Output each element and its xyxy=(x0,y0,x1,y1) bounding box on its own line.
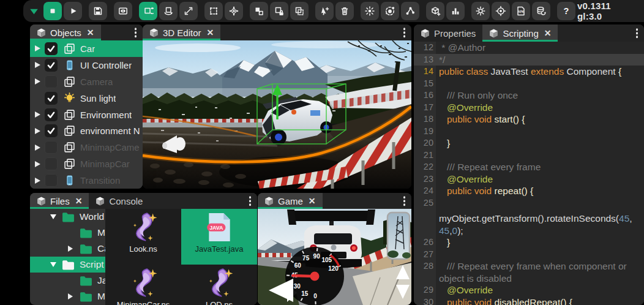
object-row[interactable]: environment N xyxy=(30,122,143,139)
tree-row[interactable]: Script xyxy=(30,257,105,273)
stats-button[interactable] xyxy=(446,2,465,20)
object-row[interactable]: Car xyxy=(30,40,143,57)
object-row[interactable]: Sun light xyxy=(30,90,143,107)
expand-arrow-icon[interactable] xyxy=(35,78,42,85)
expand-arrow-icon[interactable] xyxy=(68,293,75,299)
tree-row[interactable]: Ja xyxy=(30,273,105,288)
object-checkbox[interactable] xyxy=(45,59,58,72)
pointer-add-button[interactable] xyxy=(315,2,334,20)
code-line: 23 @Override xyxy=(414,173,644,186)
file-item[interactable]: JAVAJavaTest.java xyxy=(181,209,257,265)
scripting-menu-icon[interactable] xyxy=(636,28,638,38)
objects-list: CarUI ControllerCameraSun lightEnvironme… xyxy=(30,40,143,189)
object-row[interactable]: Camera xyxy=(30,73,143,90)
expand-arrow-icon[interactable] xyxy=(35,178,42,184)
object-row[interactable]: MinimapCame xyxy=(30,139,143,156)
tab-console[interactable]: Console xyxy=(89,193,149,209)
game-menu-icon[interactable] xyxy=(403,196,406,206)
tab-objects[interactable]: Objects ✕ xyxy=(30,24,101,40)
file-item[interactable]: MinimapCar.ns xyxy=(105,265,181,305)
tree-row[interactable]: Ca xyxy=(30,241,105,257)
snap-object-button[interactable] xyxy=(250,2,268,20)
object-checkbox[interactable] xyxy=(45,124,58,137)
ns-script-icon xyxy=(204,268,234,298)
files-menu-icon[interactable] xyxy=(249,196,252,206)
expand-arrow-icon[interactable] xyxy=(35,161,42,167)
code-editor[interactable]: 12 * @Author13*/14public class JavaTest … xyxy=(414,42,644,305)
object-checkbox[interactable] xyxy=(45,42,58,55)
object-label: Car xyxy=(80,43,95,54)
expand-arrow-icon[interactable] xyxy=(35,128,42,134)
object-checkbox[interactable] xyxy=(45,92,58,105)
expand-arrow-icon[interactable] xyxy=(35,45,42,51)
add-cube-button[interactable] xyxy=(426,2,444,20)
move-tool-button[interactable] xyxy=(139,2,157,20)
scale-tool-button[interactable] xyxy=(179,2,198,20)
tab-properties[interactable]: Properties xyxy=(414,24,482,42)
object-checkbox[interactable] xyxy=(45,141,58,154)
tab-scripting[interactable]: Scripting ✕ xyxy=(482,24,558,42)
close-tab-icon[interactable]: ✕ xyxy=(75,196,83,206)
lock-object-button[interactable] xyxy=(270,2,288,20)
pivot-tool-button[interactable] xyxy=(225,2,243,20)
nodes-button[interactable] xyxy=(401,2,419,20)
tree-row[interactable]: M xyxy=(30,288,105,304)
rotate-tool-button[interactable] xyxy=(159,2,178,20)
objects-menu-icon[interactable] xyxy=(135,28,137,37)
stop-button[interactable] xyxy=(43,2,62,20)
folder-icon xyxy=(80,228,92,238)
object-row[interactable]: MinimapCar xyxy=(30,156,143,172)
code-line: 30 public void disabledRepeat() { xyxy=(414,296,644,305)
object-checkbox[interactable] xyxy=(45,174,58,187)
cube-icon xyxy=(95,197,105,206)
play-button[interactable] xyxy=(64,2,82,20)
database-sync-button[interactable] xyxy=(532,2,550,20)
scene-viewport[interactable] xyxy=(143,40,411,189)
object-checkbox[interactable] xyxy=(45,157,58,170)
light-button[interactable] xyxy=(361,2,379,20)
save-button[interactable] xyxy=(89,2,107,20)
settings-button[interactable] xyxy=(471,2,490,20)
file-item[interactable]: LOD.ns xyxy=(181,265,257,305)
tree-row[interactable]: M xyxy=(30,225,105,241)
export-apk-button[interactable]: APK xyxy=(512,2,530,20)
rect-tool-button[interactable] xyxy=(204,2,223,20)
game-viewport[interactable]: 0153045607590105120 xyxy=(258,209,411,305)
object-row[interactable]: Environment xyxy=(30,107,143,123)
delete-button[interactable] xyxy=(335,2,354,20)
expand-arrow-icon[interactable] xyxy=(50,262,58,267)
build-target-button[interactable] xyxy=(492,2,510,20)
help-button[interactable]: ? xyxy=(557,2,575,20)
object-checkbox[interactable] xyxy=(45,108,58,121)
tree-row[interactable]: World xyxy=(30,209,105,225)
folder-icon xyxy=(80,244,92,254)
cube-icon xyxy=(37,28,46,37)
close-tab-icon[interactable]: ✕ xyxy=(87,28,94,37)
expand-arrow-icon[interactable] xyxy=(35,111,42,118)
line-number: 21 xyxy=(414,149,433,162)
svg-text:30: 30 xyxy=(294,283,301,290)
close-tab-icon[interactable]: ✕ xyxy=(544,28,552,38)
expand-arrow-icon[interactable] xyxy=(68,246,75,252)
close-tab-icon[interactable]: ✕ xyxy=(309,196,316,206)
phone-icon xyxy=(64,175,75,186)
orbit-button[interactable] xyxy=(381,2,399,20)
file-item[interactable]: Look.ns xyxy=(105,209,181,265)
tab-3d-editor[interactable]: 3D Editor ✕ xyxy=(143,24,220,40)
object-row[interactable]: UI Controller xyxy=(30,57,143,73)
code-line: 17 @Override xyxy=(414,102,644,114)
scene-view-button[interactable] xyxy=(114,2,132,20)
expand-arrow-icon[interactable] xyxy=(35,145,42,151)
duplicate-object-button[interactable] xyxy=(290,2,309,20)
expand-arrow-icon[interactable] xyxy=(50,214,58,219)
close-tab-icon[interactable]: ✕ xyxy=(207,28,214,37)
expand-arrow-icon[interactable] xyxy=(35,62,42,68)
tab-files[interactable]: Files ✕ xyxy=(30,193,89,209)
editor3d-menu-icon[interactable] xyxy=(403,28,406,37)
run-menu-dropdown-icon[interactable] xyxy=(28,6,40,17)
game-panel: Game ✕ xyxy=(258,193,411,305)
line-number: 29 xyxy=(414,284,433,296)
object-checkbox[interactable] xyxy=(45,75,58,88)
tab-game[interactable]: Game ✕ xyxy=(258,193,323,209)
object-row[interactable]: Transition xyxy=(30,172,143,189)
